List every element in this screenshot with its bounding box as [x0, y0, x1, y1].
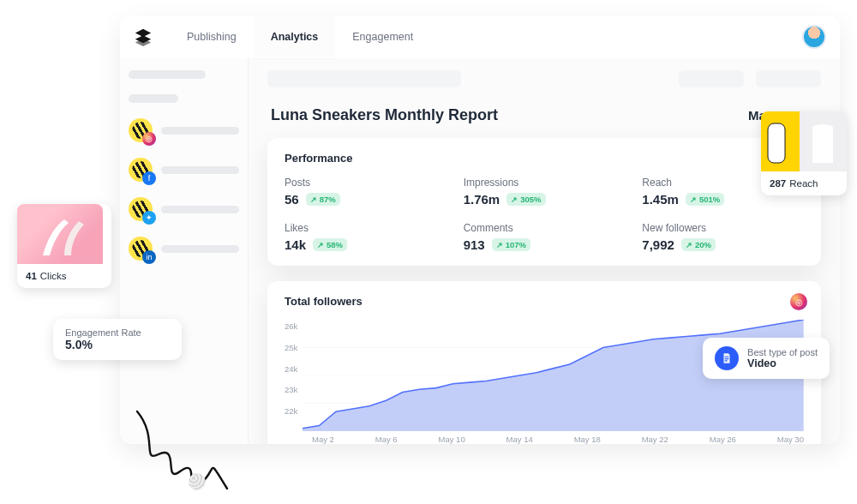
metric-value: 14k: [285, 237, 306, 252]
metric-value: 1.76m: [464, 192, 500, 207]
sidebar-placeholder: [129, 70, 206, 79]
performance-card: ◎ Performance Posts5687%Impressions1.76m…: [267, 138, 821, 266]
document-icon: [715, 346, 739, 370]
metric-label: Likes: [285, 222, 446, 234]
metric-value: 7,992: [642, 237, 674, 252]
float-card-label: 287Reach: [761, 171, 847, 195]
metric-comments: Comments913107%: [464, 222, 626, 252]
metric-label: Comments: [464, 222, 626, 234]
metric-label: New followers: [642, 222, 804, 234]
metric-value: 1.45m: [642, 192, 679, 207]
top-bar: Publishing Analytics Engagement: [120, 15, 840, 58]
chart-x-axis: May 2May 6May 10May 14May 18May 22May 26…: [285, 435, 804, 444]
toolbar-placeholder: [679, 70, 744, 87]
float-card-value: Video: [747, 357, 818, 369]
metric-new-followers: New followers7,99220%: [642, 222, 804, 252]
metric-value: 913: [464, 237, 485, 252]
toolbar-placeholder: [756, 70, 821, 87]
metric-impressions: Impressions1.76m305%: [464, 177, 626, 207]
instagram-icon: ◎: [790, 293, 807, 310]
content-area: ◎ f ✦ in Luna: [120, 58, 840, 444]
metrics-grid: Posts5687%Impressions1.76m305%Reach1.45m…: [285, 177, 804, 252]
metric-label: Impressions: [464, 177, 626, 189]
float-card-engagement: Engagement Rate 5.0%: [53, 319, 182, 360]
facebook-icon: f: [142, 171, 156, 185]
metric-delta-badge: 20%: [681, 238, 716, 251]
sidebar: ◎ f ✦ in: [120, 58, 249, 444]
sidebar-account-facebook[interactable]: f: [129, 158, 239, 182]
tab-publishing[interactable]: Publishing: [170, 15, 254, 58]
twitter-icon: ✦: [142, 211, 156, 225]
float-card-reach: 287Reach: [761, 111, 847, 195]
app-window: Publishing Analytics Engagement ◎ f ✦ in: [120, 15, 840, 444]
main-panel: Luna Sneakers Monthly Report May· 1– 31 …: [249, 58, 840, 444]
instagram-icon: ◎: [142, 132, 156, 146]
float-card-image: [17, 204, 103, 264]
metric-delta-badge: 58%: [313, 238, 347, 251]
app-logo-icon[interactable]: [134, 27, 153, 46]
sidebar-account-twitter[interactable]: ✦: [129, 197, 239, 221]
metric-value: 56: [285, 192, 299, 207]
float-card-clicks: 41Clicks: [17, 204, 111, 288]
sidebar-account-linkedin[interactable]: in: [129, 237, 239, 261]
metric-label: Posts: [285, 177, 446, 189]
metric-delta-badge: 501%: [686, 193, 724, 206]
performance-title: Performance: [285, 152, 804, 165]
followers-title: Total followers: [285, 295, 804, 308]
toolbar-placeholder: [267, 70, 461, 87]
float-card-sublabel: Engagement Rate: [65, 327, 170, 338]
toolbar-placeholders: [267, 70, 821, 87]
report-title: Luna Sneakers Monthly Report: [271, 106, 498, 124]
tab-analytics[interactable]: Analytics: [254, 15, 336, 58]
metric-likes: Likes14k58%: [285, 222, 446, 252]
svg-rect-5: [768, 123, 785, 163]
chart-y-axis: 26k25k24k23k22k: [285, 320, 303, 431]
float-card-value: 5.0%: [65, 338, 170, 351]
tab-engagement[interactable]: Engagement: [335, 15, 430, 58]
linkedin-icon: in: [142, 250, 156, 264]
user-avatar[interactable]: [802, 25, 826, 49]
float-card-label: 41Clicks: [17, 264, 111, 288]
nav-tabs: Publishing Analytics Engagement: [170, 15, 430, 58]
report-title-row: Luna Sneakers Monthly Report May· 1– 31: [271, 106, 818, 124]
metric-delta-badge: 305%: [506, 193, 545, 206]
metric-posts: Posts5687%: [285, 177, 446, 207]
decorative-circle: [189, 473, 206, 490]
metric-delta-badge: 87%: [306, 193, 340, 206]
sidebar-placeholder: [129, 94, 178, 103]
metric-delta-badge: 107%: [492, 238, 530, 251]
sidebar-account-instagram[interactable]: ◎: [129, 118, 239, 142]
float-card-sublabel: Best type of post: [747, 347, 818, 357]
float-card-best-post-type: Best type of post Video: [703, 338, 830, 379]
float-card-image: [761, 111, 847, 171]
